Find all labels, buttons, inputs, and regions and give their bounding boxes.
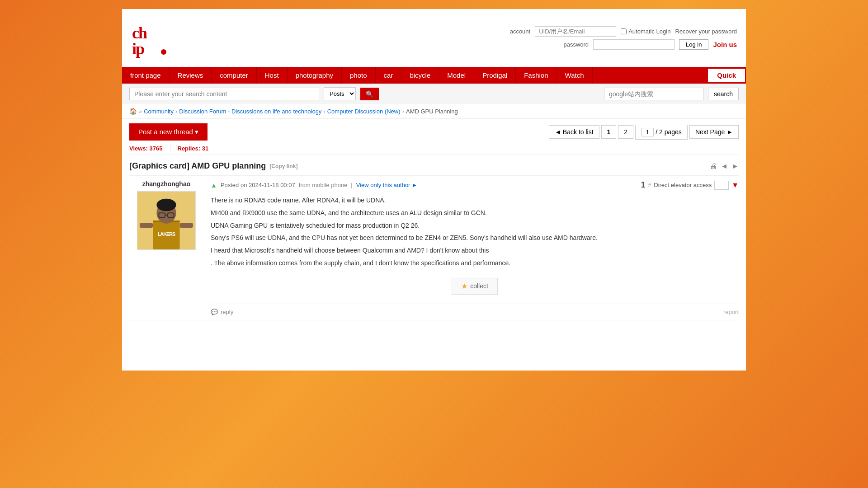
thread-area: Views: 3765 Replies: 31 [Graphics card] …	[122, 145, 746, 328]
reply-icon: 💬	[211, 309, 218, 315]
page-info: / 2 pages	[635, 125, 688, 140]
post-meta-divider: |	[351, 182, 352, 188]
nav-item-model[interactable]: Model	[439, 67, 474, 84]
avatar: LAKERS	[137, 191, 196, 250]
breadcrumb-home[interactable]: 🏠	[129, 108, 137, 115]
replies-count: 31	[202, 145, 208, 152]
prev-post-icon[interactable]: ◄	[721, 162, 728, 170]
collect-button[interactable]: ★ collect	[452, 278, 498, 295]
views-count: 3765	[150, 145, 163, 152]
thread-title: [Graphics card] AMD GPU planning [Copy l…	[129, 161, 297, 171]
uid-input[interactable]	[535, 26, 616, 37]
search-bar: Posts 🔍 search	[122, 84, 746, 104]
nav-item-fashion[interactable]: Fashion	[516, 67, 557, 84]
header: ch ip account Automatic Login Recover yo…	[122, 9, 746, 67]
post-footer: 💬 reply report	[211, 304, 739, 315]
search-input[interactable]	[129, 88, 319, 100]
elevator-input[interactable]	[714, 181, 729, 190]
print-icon[interactable]: 🖨	[710, 162, 717, 170]
svg-point-8	[156, 199, 176, 211]
post-line-4: Sony's PS6 will use UDNA, and the CPU ha…	[211, 233, 739, 244]
post-number-section: 1 # Direct elevator access ▼	[641, 180, 739, 190]
post-line-5: I heard that Microsoft's handheld will c…	[211, 245, 739, 256]
nav-item-reviews[interactable]: Reviews	[170, 67, 212, 84]
breadcrumb-community[interactable]: Community	[144, 108, 174, 115]
nav-item-car[interactable]: car	[376, 67, 402, 84]
next-page-button[interactable]: Next Page ►	[689, 125, 739, 139]
nav-item-watch[interactable]: Watch	[557, 67, 593, 84]
level-icon: ▲	[211, 182, 217, 189]
svg-rect-13	[180, 223, 193, 228]
post-wrapper: zhangzhonghao LAKERS	[129, 176, 739, 320]
page-separator: /	[656, 128, 657, 136]
page-1-button[interactable]: 1	[601, 125, 617, 139]
page-jump-input[interactable]	[641, 128, 654, 136]
post-line-3: UDNA Gaming GPU is tentatively scheduled…	[211, 221, 739, 231]
login-button[interactable]: Log in	[679, 39, 708, 50]
stats-bar: Views: 3765 Replies: 31	[129, 145, 739, 155]
page-2-button[interactable]: 2	[618, 125, 633, 139]
auto-login-checkbox[interactable]	[621, 28, 627, 34]
breadcrumb: 🏠 » Community › Discussion Forum - Discu…	[122, 104, 746, 119]
nav-bar: front page Reviews computer Host photogr…	[122, 67, 746, 84]
post-line-2: MI400 and RX9000 use the same UDNA, and …	[211, 208, 739, 219]
thread-controls: Post a new thread ▾ ◄ Back to list 1 2 /…	[122, 119, 746, 145]
collect-section: ★ collect	[211, 278, 739, 295]
next-post-icon[interactable]: ►	[731, 162, 739, 170]
breadcrumb-thread: AMD GPU Planning	[406, 108, 458, 115]
views-stat: Views: 3765	[129, 145, 170, 152]
post-num-hash: #	[648, 182, 651, 188]
replies-label: Replies:	[178, 145, 201, 152]
nav-item-photography[interactable]: photography	[288, 67, 342, 84]
nav-item-prodigal[interactable]: Prodigal	[474, 67, 516, 84]
post-date: Posted on 2024-11-18 00:07	[221, 182, 295, 188]
svg-point-2	[161, 49, 166, 55]
search-icon: 🔍	[366, 90, 373, 98]
svg-rect-12	[140, 223, 153, 228]
copy-link[interactable]: [Copy link]	[269, 163, 297, 169]
google-search-input[interactable]	[604, 88, 703, 100]
post-new-thread-button[interactable]: Post a new thread ▾	[129, 123, 208, 141]
post-content: ▲ Posted on 2024-11-18 00:07 from mobile…	[211, 180, 739, 315]
pagination: ◄ Back to list 1 2 / 2 pages Next Page ►	[549, 125, 739, 140]
elevator-label: Direct elevator access	[654, 182, 712, 188]
reply-link[interactable]: 💬 reply	[211, 309, 233, 315]
post-from: from mobile phone	[299, 182, 348, 188]
star-icon: ★	[461, 282, 467, 291]
nav-item-photo[interactable]: photo	[342, 67, 376, 84]
logo-area: ch ip	[131, 14, 172, 62]
arrow-right-icon: ►	[411, 182, 417, 188]
search-type-select[interactable]: Posts	[324, 87, 356, 100]
nav-item-frontpage[interactable]: front page	[122, 67, 170, 84]
author-name[interactable]: zhangzhonghao	[142, 180, 191, 188]
password-label: password	[563, 41, 589, 48]
nav-item-computer[interactable]: computer	[212, 67, 257, 84]
auto-login-label: Automatic Login	[621, 28, 670, 35]
header-top-row: account Automatic Login Recover your pas…	[510, 26, 737, 37]
quick-button[interactable]: Quick	[707, 68, 746, 83]
account-label: account	[510, 28, 531, 35]
views-label: Views:	[129, 145, 148, 152]
password-input[interactable]	[593, 39, 675, 50]
join-link[interactable]: Join us	[713, 41, 737, 48]
post-num-val: 1	[641, 180, 646, 190]
nav-item-host[interactable]: Host	[257, 67, 288, 84]
breadcrumb-subforum[interactable]: Computer Discussion (New)	[327, 108, 401, 115]
svg-text:LAKERS: LAKERS	[158, 231, 175, 237]
header-right: account Automatic Login Recover your pas…	[510, 26, 737, 50]
view-author-link[interactable]: View only this author ►	[356, 182, 418, 188]
post-meta: ▲ Posted on 2024-11-18 00:07 from mobile…	[211, 180, 739, 190]
thread-title-bar: [Graphics card] AMD GPU planning [Copy l…	[129, 157, 739, 176]
post-author: zhangzhonghao LAKERS	[129, 180, 211, 315]
report-link[interactable]: report	[723, 309, 739, 315]
search-button-google[interactable]: search	[708, 88, 739, 100]
elevator-go-icon[interactable]: ▼	[731, 181, 739, 189]
search-button-red[interactable]: 🔍	[360, 88, 379, 100]
back-to-list-button[interactable]: ◄ Back to list	[549, 125, 599, 139]
replies-stat: Replies: 31	[170, 145, 209, 152]
nav-item-bicycle[interactable]: bicycle	[401, 67, 439, 84]
thread-title-actions: 🖨 ◄ ►	[710, 162, 739, 170]
page-total: 2 pages	[659, 128, 682, 136]
recover-password-link[interactable]: Recover your password	[675, 28, 737, 35]
breadcrumb-forum[interactable]: Discussion Forum - Discussions on life a…	[179, 108, 321, 115]
